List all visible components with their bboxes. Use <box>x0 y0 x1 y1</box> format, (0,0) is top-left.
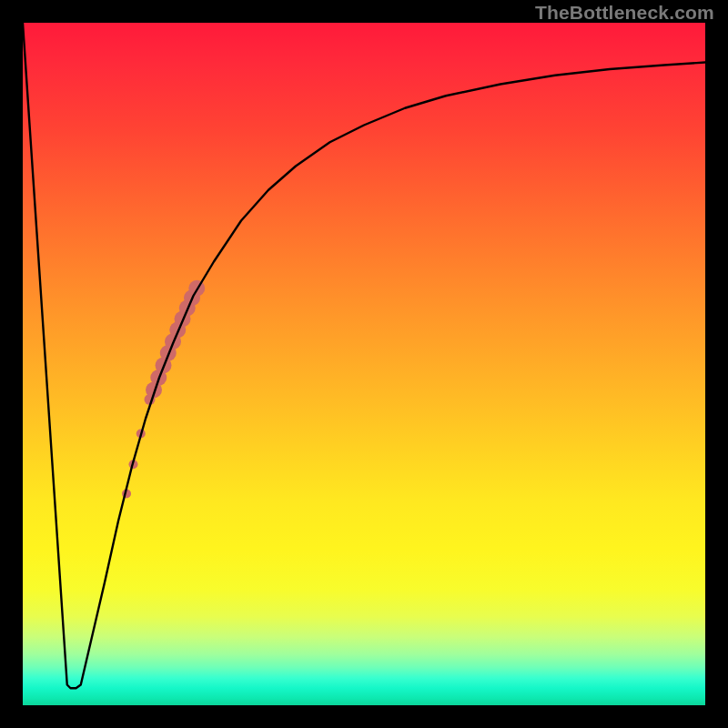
bottleneck-curve <box>23 23 705 688</box>
chart-stage: TheBottleneck.com <box>0 0 728 728</box>
plot-area <box>23 23 705 705</box>
highlight-markers <box>122 280 205 499</box>
watermark-text: TheBottleneck.com <box>535 2 714 24</box>
curve-layer <box>23 23 705 705</box>
